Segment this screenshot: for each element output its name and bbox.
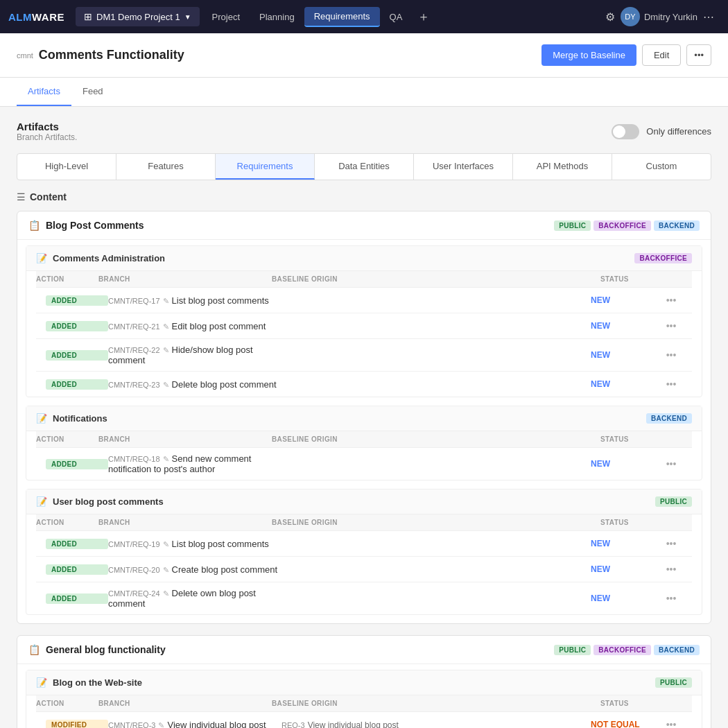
sub-tab-custom[interactable]: Custom [612, 154, 711, 180]
toggle-row: Only differences [612, 124, 711, 139]
row-more-button[interactable]: ••• [660, 457, 682, 471]
edit-button[interactable]: Edit [642, 44, 681, 66]
group-header-general-blog: 📋 General blog functionality PUBLIC BACK… [17, 636, 711, 664]
status-cell: NEW [591, 350, 660, 360]
sub-tab-high-level[interactable]: High-Level [17, 154, 116, 180]
sub-section-badge: PUBLIC [655, 496, 692, 507]
page-title: Comments Functionality [39, 48, 184, 62]
branch-cell: CMNT/REQ-23✎Delete blog post comment [108, 379, 281, 390]
col-baseline: BASELINE ORIGIN [272, 275, 600, 283]
artifacts-header-left: Artifacts Branch Artifacts. [17, 121, 77, 142]
sub-section-title: 📝 User blog post comments [36, 496, 164, 507]
nav-project[interactable]: Project [202, 8, 250, 26]
branch-cell: CMNT/REQ-21✎Edit blog post comment [108, 321, 281, 331]
col-branch: BRANCH [98, 519, 272, 526]
col-action: ACTION [36, 519, 98, 526]
col-status: STATUS [600, 275, 670, 283]
sub-section-header-user-blog: 📝 User blog post comments PUBLIC [26, 489, 702, 514]
nav-requirements[interactable]: Requirements [304, 7, 380, 27]
action-badge: MODIFIED [46, 720, 108, 729]
breadcrumb-id: cmnt [17, 51, 33, 60]
branch-cell: CMNT/REQ-3✎View individual blog post [108, 720, 281, 729]
badge-backend: BACKEND [654, 645, 700, 655]
sub-tab-requirements[interactable]: Requirements [216, 154, 315, 180]
col-branch: BRANCH [98, 700, 272, 707]
add-tab-button[interactable]: ＋ [412, 6, 435, 28]
action-badge: ADDED [46, 295, 108, 306]
sub-section-comments-admin: 📝 Comments Administration BACKOFFICE ACT… [26, 245, 702, 397]
artifacts-header: Artifacts Branch Artifacts. Only differe… [17, 121, 711, 142]
action-badge: ADDED [46, 379, 108, 390]
project-selector[interactable]: ⊞ DM1 Demo Project 1 ▼ [76, 7, 200, 26]
branch-cell: CMNT/REQ-22✎Hide/show blog post comment [108, 345, 281, 365]
topnav: ALMWARE ⊞ DM1 Demo Project 1 ▼ Project P… [0, 0, 728, 33]
branch-cell: CMNT/REQ-24✎Delete own blog post comment [108, 588, 281, 609]
sub-tab-user-interfaces[interactable]: User Interfaces [414, 154, 513, 180]
user-name: Dmitry Yurkin [644, 12, 697, 22]
status-cell: NEW [591, 321, 660, 331]
sub-section-badge: BACKEND [646, 413, 692, 424]
nav-planning[interactable]: Planning [250, 8, 304, 26]
col-baseline: BASELINE ORIGIN [272, 519, 600, 526]
badge-backend: BACKEND [654, 220, 700, 231]
app-logo: ALMWARE [8, 11, 64, 23]
table-row: ADDED CMNT/REQ-20✎Create blog post comme… [36, 557, 692, 582]
sub-tab-api-methods[interactable]: API Methods [513, 154, 612, 180]
more-menu-button[interactable]: ⋯ [697, 8, 720, 26]
grid-icon: ⊞ [84, 11, 92, 22]
group-title: 📋 General blog functionality [28, 644, 166, 655]
page-header: cmnt Comments Functionality Merge to Bas… [0, 33, 728, 78]
toggle-track [612, 124, 639, 139]
status-cell: NEW [591, 564, 660, 574]
nav-qa[interactable]: QA [380, 8, 413, 26]
status-cell: NEW [591, 593, 660, 603]
chevron-down-icon: ▼ [184, 13, 191, 21]
action-badge: ADDED [46, 321, 108, 331]
row-more-button[interactable]: ••• [660, 377, 682, 391]
col-action: ACTION [36, 275, 98, 283]
branch-cell: CMNT/REQ-17✎List blog post comments [108, 295, 281, 306]
row-more-button[interactable]: ••• [660, 537, 682, 551]
sub-tab-data-entities[interactable]: Data Entities [315, 154, 414, 180]
breadcrumb: cmnt Comments Functionality [17, 48, 541, 62]
sub-section-header-notifications: 📝 Notifications BACKEND [26, 406, 702, 431]
table-row: ADDED CMNT/REQ-24✎Delete own blog post c… [36, 582, 692, 614]
table-row: ADDED CMNT/REQ-22✎Hide/show blog post co… [36, 339, 692, 372]
group-title-text: General blog functionality [46, 644, 166, 655]
sub-section-icon: 📝 [36, 496, 47, 507]
sub-tab-features[interactable]: Features [116, 154, 216, 180]
sub-section-blog-website: 📝 Blog on the Web-site PUBLIC ACTION BRA… [26, 670, 702, 728]
row-more-button[interactable]: ••• [660, 348, 682, 362]
tab-feed[interactable]: Feed [71, 78, 114, 106]
branch-cell: CMNT/REQ-20✎Create blog post comment [108, 564, 281, 575]
sub-section-icon: 📝 [36, 253, 47, 263]
sub-section-icon: 📝 [36, 677, 47, 688]
row-more-button[interactable]: ••• [660, 562, 682, 576]
sub-section-notifications: 📝 Notifications BACKEND ACTION BRANCH BA… [26, 406, 702, 480]
table-row: MODIFIED CMNT/REQ-3✎View individual blog… [36, 712, 692, 728]
sub-section-title: 📝 Comments Administration [36, 253, 165, 263]
row-more-button[interactable]: ••• [660, 718, 682, 728]
settings-button[interactable]: ⚙ [600, 8, 621, 26]
user-menu[interactable]: DY Dmitry Yurkin [621, 7, 697, 26]
sub-section-icon: 📝 [36, 413, 47, 424]
col-headers-user-blog: ACTION BRANCH BASELINE ORIGIN STATUS [36, 514, 692, 531]
badge-backoffice: BACKOFFICE [593, 220, 651, 231]
only-differences-toggle[interactable] [612, 124, 639, 139]
row-more-button[interactable]: ••• [660, 319, 682, 333]
merge-to-baseline-button[interactable]: Merge to Baseline [541, 44, 636, 66]
more-options-button[interactable]: ••• [686, 44, 711, 66]
row-more-button[interactable]: ••• [660, 293, 682, 307]
col-baseline: BASELINE ORIGIN [272, 700, 600, 707]
status-cell: NEW [591, 379, 660, 389]
tab-artifacts[interactable]: Artifacts [17, 78, 71, 106]
action-badge: ADDED [46, 459, 108, 469]
col-headers-blog-website: ACTION BRANCH BASELINE ORIGIN STATUS [36, 695, 692, 712]
content-area: Artifacts Branch Artifacts. Only differe… [0, 107, 728, 728]
toggle-thumb [613, 125, 625, 138]
row-more-button[interactable]: ••• [660, 591, 682, 605]
action-badge: ADDED [46, 539, 108, 549]
group-icon: 📋 [28, 644, 40, 655]
table-row: ADDED CMNT/REQ-21✎Edit blog post comment… [36, 313, 692, 339]
col-action: ACTION [36, 435, 98, 443]
